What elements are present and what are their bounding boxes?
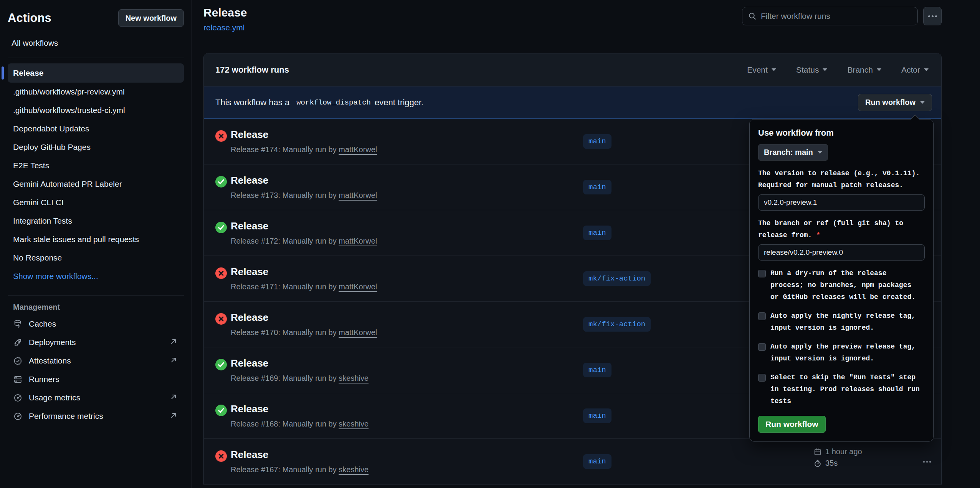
branch-badge[interactable]: mk/fix-action — [583, 271, 651, 286]
sidebar-workflow-item[interactable]: .github/workflows/trusted-ci.yml — [8, 101, 184, 120]
workflow-kebab-menu-button[interactable] — [923, 7, 942, 25]
branch-badge[interactable]: mk/fix-action — [583, 317, 651, 332]
run-workflow-submit-button[interactable]: Run workflow — [758, 416, 826, 433]
sidebar-workflow-label: Gemini CLI CI — [13, 198, 64, 207]
run-description: Release #174: Manually run by — [231, 145, 339, 154]
version-field-label: The version to release (e.g., v0.1.11). … — [758, 168, 925, 191]
run-description: Release #172: Manually run by — [231, 237, 339, 245]
checkbox[interactable] — [758, 374, 766, 382]
sidebar-workflow-item[interactable]: Deploy GitHub Pages — [8, 138, 184, 156]
chevron-down-icon — [877, 68, 881, 71]
sidebar-workflow-label: Release — [13, 68, 43, 78]
sidebar-workflow-item[interactable]: Integration Tests — [8, 212, 184, 230]
run-kebab-menu-button[interactable] — [921, 457, 933, 466]
meter-icon — [13, 393, 23, 403]
sidebar-management-item[interactable]: Runners — [8, 370, 184, 388]
branch-badge[interactable]: main — [583, 180, 611, 194]
banner-code: workflow_dispatch — [296, 98, 371, 107]
run-actor-link[interactable]: skeshive — [339, 374, 369, 382]
sidebar-workflow-label: No Response — [13, 253, 62, 262]
sidebar-workflow-label: Dependabot Updates — [13, 124, 89, 133]
external-link-icon — [169, 356, 178, 364]
run-actor-link[interactable]: skeshive — [339, 420, 369, 428]
run-actor-link[interactable]: skeshive — [339, 465, 369, 474]
filter-dropdown[interactable]: Status — [796, 65, 828, 75]
sidebar-workflow-item[interactable]: Gemini CLI CI — [8, 193, 184, 212]
branch-badge[interactable]: main — [583, 226, 611, 240]
sidebar-item-all-workflows[interactable]: All workflows — [12, 38, 184, 48]
sidebar-workflow-item[interactable]: Mark stale issues and pull requests — [8, 230, 184, 249]
sidebar-workflow-item[interactable]: Gemini Automated PR Labeler — [8, 175, 184, 193]
sidebar-workflow-item[interactable]: Dependabot Updates — [8, 120, 184, 138]
checkbox-label: Select to skip the "Run Tests" step in t… — [770, 372, 920, 407]
check-circle-icon — [215, 405, 227, 416]
sidebar-divider — [8, 295, 184, 296]
run-workflow-dropdown-button[interactable]: Run workflow — [858, 94, 932, 111]
run-actor-link[interactable]: mattKorwel — [339, 282, 377, 291]
sidebar-workflow-label: Mark stale issues and pull requests — [13, 235, 139, 244]
banner-text: event trigger. — [375, 98, 423, 108]
management-heading: Management — [13, 303, 184, 312]
filter-runs-input[interactable] — [761, 7, 917, 25]
branch-badge[interactable]: main — [583, 454, 611, 469]
sidebar-management-label: Usage metrics — [29, 393, 80, 402]
sidebar-management-item[interactable]: Usage metrics — [8, 388, 184, 407]
new-workflow-button[interactable]: New workflow — [118, 9, 184, 27]
sidebar-management-item[interactable]: Caches — [8, 315, 184, 333]
run-start-time: 1 hour ago — [825, 447, 862, 456]
checkbox[interactable] — [758, 270, 766, 277]
run-description: Release #169: Manually run by — [231, 374, 339, 382]
ref-input[interactable] — [758, 244, 925, 261]
check-circle-icon — [215, 176, 227, 188]
branch-badge[interactable]: main — [583, 134, 611, 149]
sidebar-management-item[interactable]: Deployments — [8, 333, 184, 352]
checkbox-label: Auto apply the nightly release tag, inpu… — [770, 310, 916, 334]
sidebar-workflow-label: .github/workflows/trusted-ci.yml — [13, 106, 125, 115]
checkbox[interactable] — [758, 343, 766, 351]
branch-select-button[interactable]: Branch: main — [758, 144, 828, 161]
search-icon — [748, 12, 757, 21]
show-more-workflows-link[interactable]: Show more workflows... — [8, 267, 184, 285]
branch-badge[interactable]: main — [583, 408, 611, 423]
run-workflow-dialog: Use workflow from Branch: main The versi… — [749, 119, 934, 442]
checkbox[interactable] — [758, 312, 766, 320]
sidebar-workflow-item[interactable]: .github/workflows/pr-review.yml — [8, 83, 184, 101]
run-duration: 35s — [825, 459, 838, 468]
external-link-indicator — [169, 411, 178, 422]
chevron-down-icon — [823, 68, 827, 71]
filter-dropdown[interactable]: Actor — [901, 65, 929, 75]
workflow-file-link[interactable]: release.yml — [203, 23, 245, 32]
workflow-run-row[interactable]: Release Release #167: Manually run by sk… — [204, 439, 941, 485]
filter-dropdown[interactable]: Branch — [847, 65, 881, 75]
run-actor-link[interactable]: mattKorwel — [339, 145, 377, 154]
actions-sidebar: Actions New workflow All workflows Relea… — [0, 0, 192, 488]
run-count: 172 workflow runs — [215, 65, 289, 75]
check-circle-icon — [215, 359, 227, 370]
filter-label: Branch — [847, 65, 873, 75]
sidebar-workflow-item[interactable]: No Response — [8, 249, 184, 267]
x-circle-icon — [215, 450, 227, 462]
sidebar-management-label: Runners — [29, 375, 59, 384]
filter-label: Event — [747, 65, 768, 75]
external-link-icon — [169, 393, 178, 401]
filter-runs-search — [742, 7, 918, 25]
workflow-dispatch-banner: This workflow has a workflow_dispatch ev… — [204, 86, 941, 119]
run-filters: Event Status Branch Actor — [747, 65, 929, 75]
run-actor-link[interactable]: mattKorwel — [339, 237, 377, 245]
calendar-icon — [813, 448, 822, 456]
run-actor-link[interactable]: mattKorwel — [339, 328, 377, 337]
branch-badge[interactable]: main — [583, 363, 611, 377]
sidebar-workflow-label: Gemini Automated PR Labeler — [13, 179, 122, 189]
sidebar-management-item[interactable]: Attestations — [8, 352, 184, 370]
filter-dropdown[interactable]: Event — [747, 65, 776, 75]
server-icon — [13, 375, 23, 384]
sidebar-workflow-item[interactable]: E2E Tests — [8, 156, 184, 175]
sidebar-management-item[interactable]: Performance metrics — [8, 407, 184, 425]
sidebar-management-label: Caches — [29, 319, 56, 329]
run-actor-link[interactable]: mattKorwel — [339, 191, 377, 199]
version-input[interactable] — [758, 194, 925, 211]
sidebar-workflow-item[interactable]: Release — [8, 63, 184, 83]
required-asterisk: * — [816, 231, 820, 239]
checkbox-label: Run a dry-run of the release process; no… — [770, 267, 916, 303]
stopwatch-icon — [813, 459, 822, 468]
